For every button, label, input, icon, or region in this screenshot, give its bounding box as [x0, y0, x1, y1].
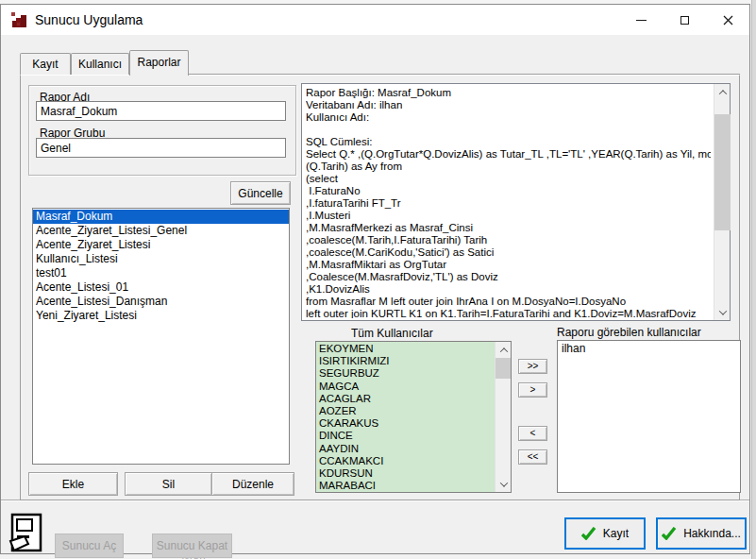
list-item[interactable]: Acente_Listesi_Danışman [33, 295, 289, 309]
list-item[interactable]: CKARAKUS [316, 417, 495, 430]
report-users-label: Raporu görebilen kullanıcılar [557, 326, 701, 339]
move-all-left-button[interactable]: << [518, 449, 547, 465]
list-item[interactable]: SEGURBUZ [316, 367, 495, 380]
list-item[interactable]: ilhan [558, 342, 740, 356]
tab-kullanici[interactable]: Kullanıcı [71, 53, 129, 75]
memo-scrollbar-thumb[interactable] [714, 114, 731, 230]
about-button[interactable]: Hakkında... [656, 517, 747, 550]
move-right-button[interactable]: > [518, 382, 547, 398]
checkmark-icon [662, 527, 677, 540]
screen: 00 KB Sunucu Uygulama Kayıt Ku [0, 0, 756, 559]
close-button[interactable] [706, 5, 749, 35]
all-users-label: Tüm Kullanıcılar [351, 327, 433, 340]
update-button[interactable]: Güncelle [230, 181, 291, 205]
add-button[interactable]: Ekle [28, 472, 118, 496]
sql-preview-text: Rapor Başlığı: Masraf_Dokum Veritabanı A… [306, 87, 711, 318]
app-window: Sunucu Uygulama Kayıt Kullanıcı Raporlar… [0, 4, 750, 554]
list-item[interactable]: Acente_Ziyaret_Listesi [33, 238, 289, 252]
sql-preview-memo[interactable]: Rapor Başlığı: Masraf_Dokum Veritabanı A… [301, 83, 731, 321]
list-item[interactable]: ISIRTIKIRMIZI [316, 355, 495, 367]
list-item[interactable]: Masraf_Dokum [33, 210, 289, 224]
server-close-button: Sunucu Kapat [152, 534, 232, 558]
printer-icon [8, 513, 48, 556]
checkmark-icon [581, 527, 596, 540]
move-all-right-button[interactable]: >> [518, 359, 547, 374]
list-item[interactable]: AAYDIN [316, 443, 495, 455]
list-item[interactable]: Acente_Ziyaret_Listesi_Genel [33, 224, 289, 238]
report-group-input[interactable] [36, 138, 286, 158]
move-left-button[interactable]: < [518, 426, 547, 441]
all-users-scrollbar[interactable] [495, 342, 511, 492]
tab-kayit[interactable]: Kayıt [20, 53, 71, 75]
memo-scrollbar[interactable] [714, 84, 730, 320]
list-item[interactable]: EKOYMEN [316, 343, 495, 355]
app-icon [10, 11, 27, 28]
list-item[interactable]: test01 [33, 266, 289, 280]
scroll-down-icon[interactable] [714, 304, 731, 320]
list-item[interactable]: Acente_Listesi_01 [33, 280, 289, 295]
list-item[interactable]: MAGCA [316, 381, 495, 393]
titlebar: Sunucu Uygulama [1, 5, 749, 35]
list-item[interactable]: ACAGLAR [316, 393, 495, 405]
report-listbox[interactable]: Masraf_DokumAcente_Ziyaret_Listesi_Genel… [32, 208, 290, 465]
close-icon [723, 15, 733, 25]
list-item[interactable]: Kullanıcı_Listesi [33, 252, 289, 266]
edit-button[interactable]: Düzenle [211, 472, 294, 496]
list-item[interactable]: Yeni_Ziyaret_Listesi [33, 309, 289, 323]
report-users-listbox[interactable]: ilhan [557, 340, 741, 493]
minimize-icon [636, 20, 647, 21]
scroll-up-icon[interactable] [714, 84, 731, 100]
delete-button[interactable]: Sil [125, 472, 212, 496]
server-open-button: Sunucu Aç [55, 534, 124, 558]
list-item[interactable]: MARABACI [316, 480, 495, 492]
about-button-label: Hakkında... [683, 527, 741, 540]
scroll-down-icon[interactable] [496, 476, 512, 492]
maximize-icon [680, 16, 689, 25]
window-title: Sunucu Uygulama [35, 5, 143, 35]
tab-raporlar[interactable]: Raporlar [129, 50, 189, 76]
save-button[interactable]: Kayıt [564, 517, 646, 550]
all-users-scrollbar-thumb[interactable] [496, 358, 512, 379]
list-item[interactable]: KDURSUN [316, 467, 495, 480]
report-name-input[interactable] [36, 101, 286, 121]
all-users-listbox[interactable]: EKOYMENISIRTIKIRMIZISEGURBUZMAGCAACAGLAR… [315, 341, 512, 493]
list-item[interactable]: DINCE [316, 430, 495, 442]
tab-page-raporlar: Rapor Adı Rapor Grubu Güncelle Masraf_Do… [20, 75, 740, 500]
scroll-up-icon[interactable] [496, 342, 512, 358]
list-item[interactable]: AOZER [316, 405, 495, 417]
all-users-items: EKOYMENISIRTIKIRMIZISEGURBUZMAGCAACAGLAR… [316, 343, 495, 492]
maximize-button[interactable] [663, 5, 706, 35]
list-item[interactable]: CCAKMAKCI [316, 455, 495, 467]
save-button-label: Kayıt [603, 527, 629, 540]
minimize-button[interactable] [619, 5, 663, 35]
background-right-strip [751, 0, 756, 559]
